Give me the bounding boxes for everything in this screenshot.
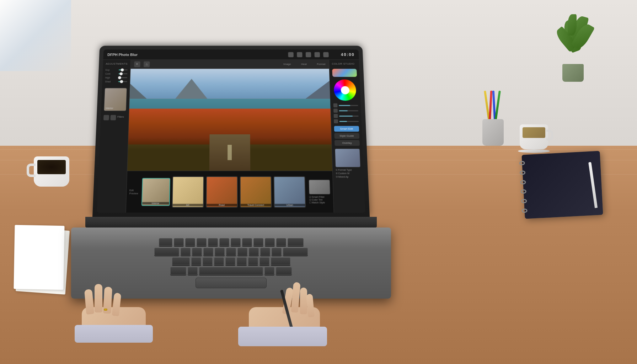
filmstrip-controls: Edit Preview (129, 189, 138, 194)
slider-track[interactable] (118, 77, 127, 78)
right-options: ① Format Type ② Custom M ③ Mixed Ap (335, 169, 361, 178)
filmstrip-opt2: ☑ Color Tint (309, 198, 330, 201)
canvas-area: ✕ △ Image Heal Format (126, 60, 333, 213)
key-y[interactable] (231, 238, 241, 246)
left-thumb[interactable]: Interior (104, 88, 127, 111)
leaf (568, 14, 577, 36)
spiral-ring (521, 208, 528, 213)
tool-move[interactable]: ✕ (134, 61, 140, 67)
topbar-icon-crop[interactable] (306, 52, 311, 57)
cup-liquid (37, 160, 66, 174)
key-h[interactable] (237, 248, 247, 256)
topbar-icon-save[interactable] (323, 52, 329, 57)
film-thumb-road[interactable]: Road (206, 176, 238, 207)
hue-track[interactable] (339, 105, 358, 106)
key-f[interactable] (215, 248, 225, 256)
key-n[interactable] (248, 257, 258, 265)
spiral-ring (520, 180, 526, 184)
key-shift-right[interactable] (271, 257, 290, 265)
photo-editor-ui[interactable]: DFPH Photo Blur 40:00 (97, 49, 365, 213)
laptop-keyboard[interactable] (71, 228, 391, 299)
sat-track[interactable] (339, 110, 358, 111)
trackpad[interactable] (196, 278, 267, 288)
film-thumb-field[interactable]: Travel Connect (240, 176, 272, 207)
temp-track[interactable] (339, 121, 359, 122)
film-thumb-urban[interactable]: Urban (273, 176, 306, 207)
cup-body (520, 124, 548, 149)
slider-thumb (119, 73, 123, 75)
main-photo-canvas[interactable] (127, 69, 332, 171)
key-shift-left[interactable] (172, 257, 190, 265)
key-t[interactable] (219, 238, 229, 246)
key-i[interactable] (253, 238, 263, 246)
spiral-ring (519, 161, 525, 166)
filmstrip-mini-preview[interactable] (309, 180, 330, 194)
tool-icon-copy[interactable] (110, 115, 116, 120)
papers-stack (11, 222, 68, 293)
style-guide-button[interactable]: Style Guide (334, 133, 359, 139)
right-thumb-section: ① Format Type ② Custom M ③ Mixed Ap (334, 149, 361, 178)
key-q[interactable] (174, 238, 184, 246)
key-r[interactable] (208, 238, 218, 246)
key-s[interactable] (192, 248, 202, 256)
key-ctrl[interactable] (170, 267, 186, 275)
slider-track[interactable] (118, 81, 127, 82)
right-sliders (333, 103, 359, 123)
key-a[interactable] (181, 248, 191, 256)
overlay-button[interactable]: Overlay (334, 140, 360, 146)
color-swatch[interactable] (332, 69, 357, 77)
right-slider-sat (333, 109, 359, 113)
key-backspace[interactable] (288, 238, 304, 246)
key-e[interactable] (197, 238, 207, 246)
film-thumb-art[interactable]: Art (172, 176, 204, 207)
topbar-icon-home[interactable] (288, 52, 294, 57)
slider-label: Cont (105, 73, 117, 75)
cup-saucer (31, 187, 72, 192)
slider-track[interactable] (119, 73, 128, 74)
film-thumb-interior[interactable]: Interior (141, 178, 170, 205)
key-p[interactable] (276, 238, 286, 246)
topbar-icon-edit[interactable] (297, 52, 303, 57)
key-m[interactable] (259, 257, 269, 265)
laptop-screen: DFPH Photo Blur 40:00 (97, 49, 365, 213)
tool-select[interactable]: △ (144, 61, 150, 67)
topbar-icon-share[interactable] (315, 52, 320, 57)
lum-track[interactable] (339, 116, 359, 117)
key-row-4 (85, 267, 377, 275)
key-tab[interactable] (159, 238, 172, 246)
key-z[interactable] (191, 257, 201, 265)
key-v[interactable] (225, 257, 235, 265)
smart-edit-button[interactable]: Smart Edit (334, 126, 359, 132)
slider-group: Exp Cont (105, 69, 127, 83)
key-row-2 (85, 248, 377, 256)
key-j[interactable] (249, 248, 259, 256)
key-space[interactable] (199, 267, 263, 275)
slider-row: Shad (105, 80, 127, 82)
cup-liquid (523, 127, 545, 138)
film-thumb-road-label: Road (207, 204, 237, 206)
key-u[interactable] (242, 238, 252, 246)
slider-thumb (120, 80, 123, 83)
right-thumb-1[interactable] (334, 149, 360, 167)
key-x[interactable] (203, 257, 213, 265)
key-g[interactable] (226, 248, 236, 256)
key-row-3 (85, 257, 377, 265)
key-d[interactable] (203, 248, 213, 256)
paper (14, 225, 64, 290)
key-w[interactable] (185, 238, 195, 246)
color-wheel[interactable] (334, 80, 357, 101)
tool-icon-cut[interactable] (103, 115, 109, 120)
keyboard-rows (85, 238, 377, 275)
key-o[interactable] (265, 238, 275, 246)
key-caps[interactable] (154, 248, 179, 256)
slider-track[interactable] (119, 69, 128, 70)
key-l[interactable] (272, 248, 282, 256)
key-b[interactable] (237, 257, 247, 265)
key-alt-right[interactable] (264, 267, 274, 275)
sat-fill (339, 110, 348, 111)
key-alt[interactable] (188, 267, 198, 275)
key-k[interactable] (260, 248, 270, 256)
key-ctrl-right[interactable] (276, 267, 292, 275)
key-enter[interactable] (283, 248, 308, 256)
key-c[interactable] (214, 257, 224, 265)
